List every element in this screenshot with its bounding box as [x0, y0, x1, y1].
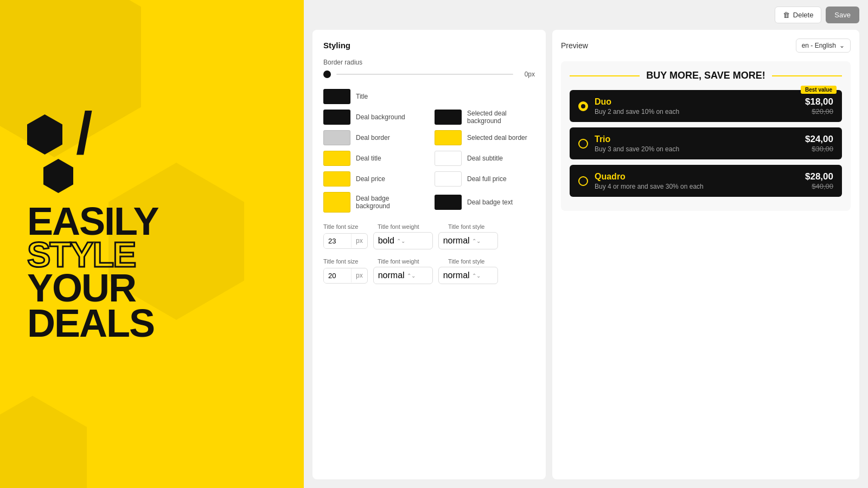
deal-original-price-trio: $30,00 — [805, 145, 833, 153]
delete-button[interactable]: 🗑 Delete — [775, 7, 822, 23]
deal-name-trio: Trio — [595, 134, 799, 144]
deal-card-quadro[interactable]: Quadro Buy 4 or more and save 30% on eac… — [570, 165, 842, 197]
font-weight-label-2: Title font weight — [378, 258, 443, 265]
font-inputs-row2: px normal ⌃⌄ normal ⌃⌄ — [323, 267, 535, 284]
color-row-badge-text: Deal badge text — [435, 192, 535, 213]
color-label-selected-deal-bg: Selected deal background — [467, 110, 535, 125]
font-labels-row1: Title font size Title font weight Title … — [323, 223, 535, 230]
tagline: EASILY STYLE YOUR DEALS — [27, 204, 277, 341]
deal-info-trio: Trio Buy 3 and save 20% on each — [595, 134, 799, 153]
color-row-deal-border: Deal border — [323, 130, 424, 145]
deal-price-trio: $24,00 — [805, 134, 833, 145]
color-swatch-deal-border[interactable] — [323, 130, 350, 145]
toolbar: 🗑 Delete Save — [304, 0, 868, 30]
deal-card-trio[interactable]: Trio Buy 3 and save 20% on each $24,00 $… — [570, 127, 842, 159]
hex-icon-bottom — [43, 159, 73, 193]
deal-card-duo[interactable]: Best value Duo Buy 2 and save 10% on eac… — [570, 90, 842, 122]
font-size-value-2[interactable] — [324, 268, 351, 283]
font-size-value-1[interactable] — [324, 234, 351, 248]
chevron-down-icon: ⌄ — [839, 42, 845, 49]
font-style-value-2: normal — [443, 271, 470, 280]
font-size-input-1[interactable]: px — [323, 233, 368, 249]
font-weight-label-1: Title font weight — [378, 223, 443, 230]
color-swatch-selected-deal-bg[interactable] — [435, 110, 462, 125]
font-size-unit-2: px — [351, 268, 367, 282]
deal-info-duo: Duo Buy 2 and save 10% on each — [595, 97, 799, 115]
deal-desc-trio: Buy 3 and save 20% on each — [595, 145, 799, 153]
font-size-input-2[interactable]: px — [323, 268, 368, 284]
font-style-label-2: Title font style — [448, 258, 513, 265]
color-swatch-title[interactable] — [323, 89, 350, 104]
tagline-line4: DEALS — [27, 306, 277, 341]
color-swatch-deal-bg[interactable] — [323, 110, 350, 125]
language-label: en - English — [802, 42, 836, 49]
color-swatch-deal-subtitle[interactable] — [435, 151, 462, 166]
save-button[interactable]: Save — [826, 7, 859, 23]
tagline-line1: EASILY — [27, 204, 277, 239]
font-style-select-2[interactable]: normal ⌃⌄ — [438, 267, 498, 284]
slider-value: 0px — [519, 70, 535, 78]
font-settings-row1: Title font size Title font weight Title … — [323, 223, 535, 249]
deal-radio-duo[interactable] — [578, 101, 588, 111]
color-row-deal-subtitle: Deal subtitle — [435, 151, 535, 166]
font-inputs-row1: px bold ⌃⌄ normal ⌃⌄ — [323, 232, 535, 249]
chevron-icon-4: ⌃⌄ — [472, 273, 481, 279]
border-radius-slider-row: 0px — [323, 70, 535, 78]
font-weight-select-1[interactable]: bold ⌃⌄ — [373, 232, 433, 249]
styling-panel-title: Styling — [323, 41, 535, 50]
deal-price-duo: $18,00 — [805, 97, 833, 107]
color-row-badge-bg: Deal badge background — [323, 192, 424, 213]
color-swatch-selected-deal-border[interactable] — [435, 130, 462, 145]
language-selector[interactable]: en - English ⌄ — [796, 38, 851, 53]
font-style-value-1: normal — [443, 236, 470, 246]
deals-header: BUY MORE, SAVE MORE! — [570, 70, 842, 81]
deal-name-quadro: Quadro — [595, 172, 799, 182]
slider-track[interactable] — [336, 74, 513, 75]
hex-icon-top — [27, 114, 62, 155]
slider-thumb[interactable] — [323, 70, 331, 78]
right-panel: 🗑 Delete Save Styling Border radius 0px — [304, 0, 868, 488]
color-row-selected-deal-bg: Selected deal background — [435, 110, 535, 125]
color-label-deal-full-price: Deal full price — [467, 175, 507, 183]
panels-container: Styling Border radius 0px Title De — [304, 30, 868, 488]
color-label-deal-title: Deal title — [356, 155, 381, 162]
color-swatch-badge-bg[interactable] — [323, 192, 350, 213]
deals-header-text: BUY MORE, SAVE MORE! — [646, 70, 765, 81]
deal-price-area-duo: $18,00 $20,00 — [805, 97, 833, 115]
styling-panel: Styling Border radius 0px Title De — [312, 30, 546, 479]
deal-price-area-trio: $24,00 $30,00 — [805, 134, 833, 153]
font-labels-row2: Title font size Title font weight Title … — [323, 258, 535, 265]
save-label: Save — [834, 11, 851, 19]
deal-radio-inner-duo — [581, 104, 585, 108]
delete-label: Delete — [793, 11, 814, 19]
color-label-badge-bg: Deal badge background — [356, 195, 424, 210]
preview-title: Preview — [561, 41, 588, 50]
logo-area: / — [27, 114, 277, 193]
color-row-deal-title: Deal title — [323, 151, 424, 166]
color-row-title: Title — [323, 89, 424, 104]
deal-info-quadro: Quadro Buy 4 or more and save 30% on eac… — [595, 172, 799, 190]
preview-panel: Preview en - English ⌄ BUY MORE, SAVE MO… — [552, 30, 859, 479]
font-weight-select-2[interactable]: normal ⌃⌄ — [373, 267, 433, 284]
color-swatch-deal-price[interactable] — [323, 171, 350, 187]
color-row-selected-deal-border: Selected deal border — [435, 130, 535, 145]
color-swatch-deal-full-price[interactable] — [435, 171, 462, 187]
best-value-badge: Best value — [801, 86, 837, 94]
color-grid: Title Deal background Selected deal back… — [323, 89, 535, 213]
color-swatch-deal-title[interactable] — [323, 151, 350, 166]
left-panel: / EASILY STYLE YOUR DEALS — [0, 0, 304, 488]
deal-radio-trio[interactable] — [578, 139, 588, 149]
deals-widget: BUY MORE, SAVE MORE! Best value Duo Buy … — [561, 61, 851, 211]
font-weight-value-2: normal — [378, 271, 405, 280]
hex-shape-3 — [0, 396, 87, 488]
color-swatch-badge-text[interactable] — [435, 195, 462, 210]
chevron-icon-3: ⌃⌄ — [407, 273, 416, 279]
chevron-icon-1: ⌃⌄ — [397, 238, 405, 244]
chevron-icon-2: ⌃⌄ — [472, 238, 481, 244]
trash-icon: 🗑 — [783, 11, 790, 19]
font-size-unit-1: px — [351, 234, 367, 248]
deal-radio-quadro[interactable] — [578, 176, 588, 186]
deal-desc-quadro: Buy 4 or more and save 30% on each — [595, 183, 799, 190]
deal-original-price-duo: $20,00 — [805, 107, 833, 115]
font-style-select-1[interactable]: normal ⌃⌄ — [438, 232, 498, 249]
